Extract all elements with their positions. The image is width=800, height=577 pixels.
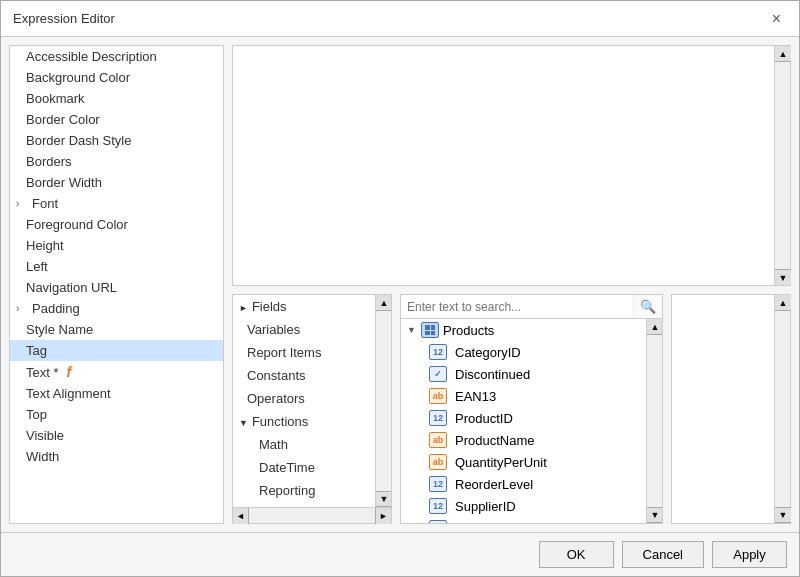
fields-scroll-left[interactable]: ◄ (233, 508, 249, 524)
left-panel-item[interactable]: Left (10, 256, 223, 277)
left-panel-item[interactable]: ›Padding (10, 298, 223, 319)
ok-button[interactable]: OK (539, 541, 614, 568)
left-panel-item-label: Padding (32, 301, 80, 316)
tree-vscroll: ▲ ▼ (646, 319, 662, 523)
search-input[interactable] (401, 296, 633, 318)
tree-group[interactable]: ▼Products (401, 319, 646, 341)
close-button[interactable]: × (766, 9, 787, 29)
left-panel-item[interactable]: Bookmark (10, 88, 223, 109)
tree-item[interactable]: 12UnitPrice (401, 517, 646, 523)
tree-item[interactable]: abProductName (401, 429, 646, 451)
tree-item[interactable]: 12ReorderLevel (401, 473, 646, 495)
tree-item[interactable]: 12ProductID (401, 407, 646, 429)
left-panel-item-label: Background Color (26, 70, 130, 85)
tree-item-label: SupplierID (455, 499, 516, 514)
tree-item-label: ReorderLevel (455, 477, 533, 492)
extra-scroll-down[interactable]: ▼ (775, 507, 791, 523)
search-panel: 🔍 ▼Products12CategoryID✓DiscontinuedabEA… (400, 294, 663, 524)
fields-item[interactable]: DateTime (233, 456, 375, 479)
left-panel-item-label: Left (26, 259, 48, 274)
left-panel-item[interactable]: Top (10, 404, 223, 425)
fields-item[interactable]: Variables (233, 318, 375, 341)
search-icon[interactable]: 🔍 (633, 295, 662, 318)
left-panel-item[interactable]: Visible (10, 425, 223, 446)
fields-item[interactable]: Reporting (233, 479, 375, 502)
checkbox-type-icon: ✓ (429, 366, 447, 382)
number-type-icon: 12 (429, 476, 447, 492)
fields-panel: ►FieldsVariablesReport ItemsConstantsOpe… (232, 294, 392, 524)
search-box: 🔍 (401, 295, 662, 319)
fields-scroll-up[interactable]: ▲ (376, 295, 391, 311)
left-panel-item[interactable]: Background Color (10, 67, 223, 88)
cancel-button[interactable]: Cancel (622, 541, 704, 568)
tree-item-label: UnitPrice (455, 521, 508, 524)
left-panel-item-label: Text Alignment (26, 386, 111, 401)
editor-area[interactable]: ▲ ▼ (232, 45, 791, 286)
left-panel-item[interactable]: Foreground Color (10, 214, 223, 235)
tree-scroll-down[interactable]: ▼ (647, 507, 662, 523)
left-panel-item[interactable]: Width (10, 446, 223, 467)
left-panel-item-label: Top (26, 407, 47, 422)
left-panel-item[interactable]: Borders (10, 151, 223, 172)
arrow-icon: › (16, 198, 28, 209)
left-panel-item-label: Font (32, 196, 58, 211)
left-panel-item[interactable]: Tag (10, 340, 223, 361)
tree-item[interactable]: abEAN13 (401, 385, 646, 407)
left-panel-item-label: Foreground Color (26, 217, 128, 232)
fields-scroll-right[interactable]: ► (375, 508, 391, 524)
left-panel-item-label: Visible (26, 428, 64, 443)
fields-item[interactable]: ►Fields (233, 295, 375, 318)
left-panel-item[interactable]: Style Name (10, 319, 223, 340)
left-panel-item[interactable]: Border Dash Style (10, 130, 223, 151)
left-panel-item-label: Text * (26, 365, 59, 380)
left-panel-item[interactable]: ›Font (10, 193, 223, 214)
fields-scroll-down[interactable]: ▼ (376, 491, 391, 507)
fields-item[interactable]: ▼Functions (233, 410, 375, 433)
apply-button[interactable]: Apply (712, 541, 787, 568)
function-icon: f (67, 364, 72, 380)
left-panel-item-label: Bookmark (26, 91, 85, 106)
fields-item[interactable]: Constants (233, 364, 375, 387)
dialog-body: Accessible DescriptionBackground ColorBo… (1, 37, 799, 532)
left-panel-item[interactable]: Navigation URL (10, 277, 223, 298)
tree-item[interactable]: 12CategoryID (401, 341, 646, 363)
extra-panel: ▲ ▼ (671, 294, 791, 524)
fields-item[interactable]: Math (233, 433, 375, 456)
tree-item-label: ProductID (455, 411, 513, 426)
left-panel-item-label: Border Width (26, 175, 102, 190)
string-type-icon: ab (429, 432, 447, 448)
left-panel-item[interactable]: Height (10, 235, 223, 256)
left-panel-item[interactable]: Border Width (10, 172, 223, 193)
left-panel-item-label: Height (26, 238, 64, 253)
number-type-icon: 12 (429, 498, 447, 514)
fields-item[interactable]: Operators (233, 387, 375, 410)
left-panel-item[interactable]: Border Color (10, 109, 223, 130)
expression-editor-dialog: Expression Editor × Accessible Descripti… (0, 0, 800, 577)
left-panel-item[interactable]: Text Alignment (10, 383, 223, 404)
editor-scroll-down[interactable]: ▼ (775, 269, 791, 285)
tree-item-label: CategoryID (455, 345, 521, 360)
number-type-icon: 12 (429, 344, 447, 360)
number-type-icon: 12 (429, 520, 447, 523)
left-panel-item[interactable]: Accessible Description (10, 46, 223, 67)
editor-scroll-up[interactable]: ▲ (775, 46, 791, 62)
fields-item[interactable]: Report Items (233, 341, 375, 364)
left-panel-item-label: Width (26, 449, 59, 464)
string-type-icon: ab (429, 454, 447, 470)
number-type-icon: 12 (429, 410, 447, 426)
tree-item[interactable]: abQuantityPerUnit (401, 451, 646, 473)
tree-item[interactable]: 12SupplierID (401, 495, 646, 517)
left-panel-item[interactable]: Text *f (10, 361, 223, 383)
extra-scroll-up[interactable]: ▲ (775, 295, 791, 311)
dialog-footer: OK Cancel Apply (1, 532, 799, 576)
left-panel-item-label: Borders (26, 154, 72, 169)
tree-item-label: EAN13 (455, 389, 496, 404)
tree-scroll-up[interactable]: ▲ (647, 319, 662, 335)
bottom-panels: ►FieldsVariablesReport ItemsConstantsOpe… (232, 294, 791, 524)
tree-item[interactable]: ✓Discontinued (401, 363, 646, 385)
right-section: ▲ ▼ ►FieldsVariablesReport ItemsConstant… (232, 45, 791, 524)
fields-hscroll: ◄ ► (233, 507, 391, 523)
tree-group-label: Products (443, 323, 494, 338)
table-icon (421, 322, 439, 338)
editor-scroll-track (775, 62, 790, 269)
